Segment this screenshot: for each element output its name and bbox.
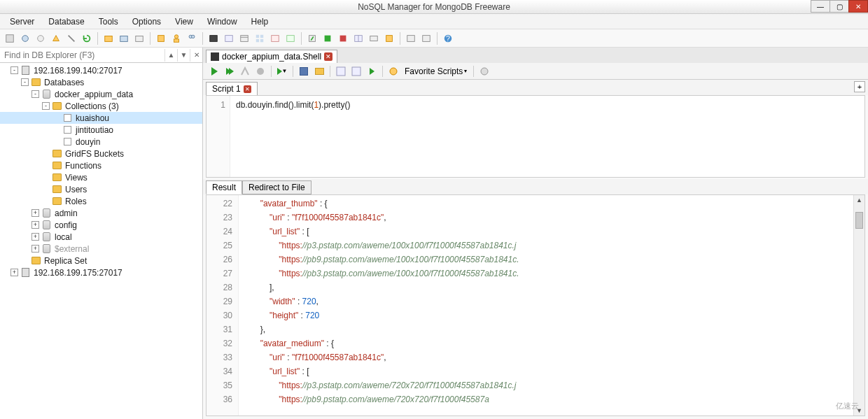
menu-server[interactable]: Server [3, 15, 41, 28]
result-body[interactable]: "avatar_thumb" : { "uri" : "f7f1000f4558… [239, 195, 853, 416]
menu-window[interactable]: Window [200, 15, 244, 28]
tree-toggle-icon[interactable]: - [42, 102, 50, 110]
svg-rect-16 [260, 34, 263, 37]
menu-view[interactable]: View [168, 15, 200, 28]
menu-tools[interactable]: Tools [92, 15, 125, 28]
toolbar-button[interactable] [117, 31, 131, 45]
toolbar-button[interactable] [185, 31, 199, 45]
tree-node[interactable]: +config [0, 219, 202, 231]
toolbar-button[interactable] [336, 31, 350, 45]
close-icon[interactable]: ✕ [324, 52, 332, 61]
tree-node[interactable]: jintitoutiao [0, 124, 202, 136]
svg-rect-32 [337, 67, 345, 76]
tree-node[interactable]: +local [0, 231, 202, 243]
favorite-scripts-dropdown[interactable]: Favorite Scripts▾ [402, 66, 470, 76]
toolbar-button[interactable] [284, 31, 298, 45]
save-button[interactable] [297, 64, 311, 78]
scrollbar[interactable]: ▲ ▼ [853, 195, 864, 416]
tree-toggle-icon[interactable]: - [10, 66, 18, 74]
help-icon[interactable]: ? [441, 31, 455, 45]
tree-node[interactable]: kuaishou [0, 112, 202, 124]
toolbar-button[interactable] [206, 31, 220, 45]
toolbar-button[interactable] [169, 31, 183, 45]
tree-node[interactable]: Roles [0, 195, 202, 207]
script-tab[interactable]: Script 1 ✕ [206, 82, 258, 95]
tree-node[interactable]: +192.168.199.175:27017 [0, 267, 202, 278]
menu-options[interactable]: Options [125, 15, 168, 28]
close-icon[interactable]: ✕ [244, 85, 251, 93]
tree-node[interactable]: Replica Set [0, 255, 202, 267]
toolbar-button[interactable] [18, 31, 32, 45]
toolbar-button[interactable] [321, 31, 335, 45]
toolbar-button[interactable] [222, 31, 236, 45]
close-button[interactable]: ✕ [848, 0, 868, 13]
tree-node[interactable]: -192.168.199.140:27017 [0, 64, 202, 76]
script-toolbar: ▼ Favorite Scripts▾ [203, 63, 868, 80]
code-editor[interactable]: 1 db.douyin.find().limit(1).pretty() [206, 95, 865, 178]
tree-label: jintitoutiao [74, 125, 115, 135]
run-dropdown-button[interactable]: ▼ [275, 64, 289, 78]
search-down-icon[interactable]: ▼ [177, 49, 190, 62]
toolbar-button[interactable] [367, 31, 381, 45]
run-button[interactable] [207, 64, 221, 78]
tree-node[interactable]: -Databases [0, 76, 202, 88]
toolbar-button[interactable] [305, 31, 319, 45]
toolbar-button[interactable] [351, 31, 365, 45]
toolbar-button[interactable] [253, 31, 267, 45]
tree-node[interactable]: -Collections (3) [0, 100, 202, 112]
scroll-thumb[interactable] [855, 212, 863, 229]
toolbar-button[interactable] [102, 31, 115, 45]
toolbar-button[interactable] [382, 31, 396, 45]
toolbar-button[interactable] [3, 31, 17, 45]
tree-node[interactable]: Functions [0, 159, 202, 171]
scroll-down-icon[interactable]: ▼ [854, 406, 864, 416]
db-tree[interactable]: -192.168.199.140:27017-Databases-docker_… [0, 63, 202, 419]
gear-icon[interactable] [477, 64, 491, 78]
result-tab[interactable]: Result [206, 180, 242, 194]
toolbar-button[interactable] [268, 31, 282, 45]
search-up-icon[interactable]: ▲ [164, 49, 177, 62]
search-clear-icon[interactable]: ✕ [190, 49, 202, 62]
toolbar-button[interactable] [64, 31, 78, 45]
toolbar-button[interactable] [404, 31, 418, 45]
menu-help[interactable]: Help [244, 15, 276, 28]
toolbar-button[interactable] [132, 31, 146, 45]
toolbar-button[interactable] [34, 31, 48, 45]
tree-node[interactable]: Views [0, 171, 202, 183]
tree-node[interactable]: +admin [0, 207, 202, 219]
tree-node[interactable]: -docker_appium_data [0, 88, 202, 100]
tree-toggle-icon[interactable]: + [10, 269, 18, 276]
tree-node[interactable]: Users [0, 183, 202, 195]
open-button[interactable] [312, 64, 326, 78]
maximize-button[interactable]: ▢ [830, 0, 849, 13]
code-body[interactable]: db.douyin.find().limit(1).pretty() [230, 96, 864, 177]
stop-button[interactable] [253, 64, 267, 78]
toolbar-button[interactable] [238, 64, 252, 78]
tree-toggle-icon[interactable]: + [31, 233, 39, 241]
refresh-icon[interactable] [80, 31, 94, 45]
toolbar-button[interactable] [349, 64, 363, 78]
menu-database[interactable]: Database [41, 15, 91, 28]
toolbar-button[interactable] [419, 31, 433, 45]
tree-toggle-icon[interactable]: - [21, 78, 29, 86]
result-tab[interactable]: Redirect to File [242, 180, 312, 194]
toolbar-button[interactable] [237, 31, 251, 45]
minimize-button[interactable]: — [811, 0, 830, 13]
run-step-button[interactable] [223, 64, 237, 78]
tree-node[interactable]: GridFS Buckets [0, 148, 202, 159]
toolbar-button[interactable] [365, 64, 379, 78]
tree-node[interactable]: +$external [0, 243, 202, 255]
tree-toggle-icon[interactable]: + [31, 245, 39, 253]
tree-toggle-icon[interactable]: - [31, 90, 39, 98]
document-tab[interactable]: docker_appium_data.Shell ✕ [206, 50, 337, 63]
tree-toggle-icon[interactable]: + [31, 209, 39, 217]
toolbar-button[interactable] [154, 31, 168, 45]
toolbar-button[interactable] [334, 64, 348, 78]
search-input[interactable] [0, 49, 164, 62]
tree-node[interactable]: douyin [0, 136, 202, 148]
add-script-tab-button[interactable]: + [854, 81, 865, 92]
scroll-up-icon[interactable]: ▲ [854, 195, 864, 205]
toolbar-button[interactable] [49, 31, 63, 45]
toolbar-button[interactable] [386, 64, 400, 78]
tree-toggle-icon[interactable]: + [31, 221, 39, 229]
